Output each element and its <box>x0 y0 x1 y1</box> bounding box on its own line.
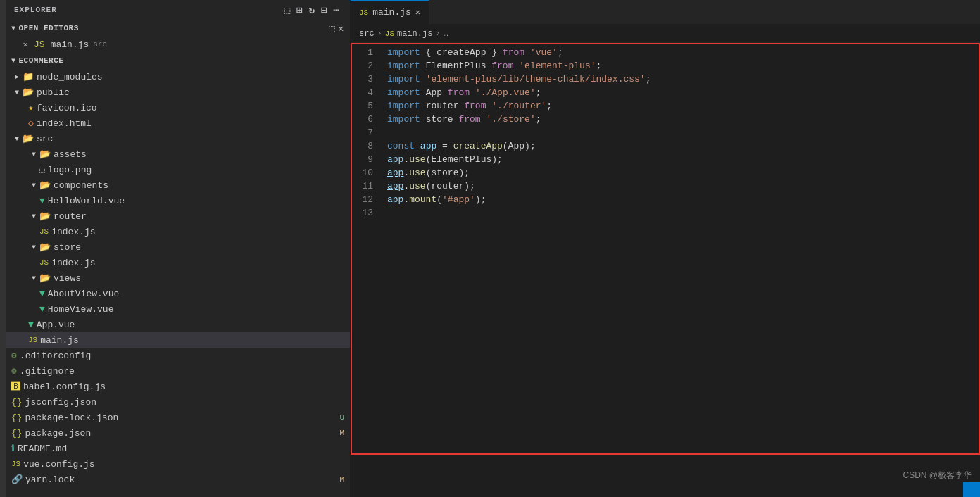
favicon-label: favicon.ico <box>37 103 97 113</box>
code-content[interactable]: import { createApp } from 'vue'; import … <box>382 43 980 497</box>
png-file-icon: ⬚ <box>39 164 45 175</box>
readme-file[interactable]: ℹ README.md <box>6 441 350 456</box>
src-folder[interactable]: ▼ 📂 src <box>6 131 350 146</box>
node-modules-folder[interactable]: ▶ 📁 node_modules <box>6 69 350 84</box>
code-area: 1 2 3 4 5 6 7 8 9 10 11 12 13 import { c… <box>351 43 980 497</box>
js-router-icon: JS <box>39 227 49 236</box>
sidebar: EXPLORER ⬚ ⊞ ↻ ⊟ ⋯ ▼ OPEN EDITORS ⬚ ✕ ✕ … <box>6 0 351 497</box>
line-num-1: 1 <box>351 46 373 59</box>
activity-bar <box>0 0 6 497</box>
line-num-8: 8 <box>351 139 373 153</box>
open-editor-filename: main.js <box>51 39 89 50</box>
js-store-icon: JS <box>39 258 49 267</box>
node-modules-label: node_modules <box>37 72 103 82</box>
status-bar <box>963 482 980 497</box>
line-num-9: 9 <box>351 153 373 166</box>
git-file-icon: ⚙ <box>11 365 17 377</box>
assets-folder[interactable]: ▼ 📂 assets <box>6 146 350 162</box>
helloworld-label: HelloWorld.vue <box>48 196 125 206</box>
babel-config-label: babel.config.js <box>23 382 106 392</box>
line-num-4: 4 <box>351 86 373 99</box>
new-folder-icon[interactable]: ⊞ <box>295 3 304 18</box>
tab-label: main.js <box>372 7 411 18</box>
new-file-icon[interactable]: ⬚ <box>283 3 292 18</box>
package-json-label: package.json <box>25 428 92 439</box>
app-vue-file[interactable]: ▼ App.vue <box>6 317 350 332</box>
components-label: components <box>54 180 108 191</box>
md-file-icon: ℹ <box>11 443 15 454</box>
router-folder-icon: 📂 <box>39 210 51 222</box>
js-main-icon: JS <box>28 336 37 344</box>
open-editors-arrow: ▼ <box>11 25 16 32</box>
ecommerce-section[interactable]: ▼ ECOMMERCE <box>6 52 350 69</box>
views-folder-icon: 📂 <box>39 272 51 284</box>
tab-close-icon[interactable]: ✕ <box>415 7 420 18</box>
store-folder[interactable]: ▼ 📂 store <box>6 239 350 255</box>
main-js-tab[interactable]: JS main.js ✕ <box>351 0 429 25</box>
package-lock-file[interactable]: {} package-lock.json U <box>6 410 350 425</box>
assets-label: assets <box>54 149 87 160</box>
jsconfig-file[interactable]: {} jsconfig.json <box>6 394 350 410</box>
favicon-file[interactable]: ★ favicon.ico <box>6 100 350 115</box>
babel-config-file[interactable]: 🅱 babel.config.js <box>6 379 350 394</box>
more-icon[interactable]: ⋯ <box>332 3 341 18</box>
config-file-icon: ⚙ <box>11 350 17 361</box>
tab-js-icon: JS <box>359 8 368 17</box>
homeview-file[interactable]: ▼ HomeView.vue <box>6 301 350 317</box>
close-tab-icon[interactable]: ✕ <box>20 39 31 50</box>
line-num-5: 5 <box>351 99 373 113</box>
save-all-icon[interactable]: ⬚ <box>329 23 335 34</box>
open-editor-main-js[interactable]: ✕ JS main.js src <box>6 37 350 52</box>
router-folder[interactable]: ▼ 📂 router <box>6 208 350 224</box>
ecommerce-label: ECOMMERCE <box>19 56 64 65</box>
package-json-badge: M <box>339 429 344 437</box>
collapse-icon[interactable]: ⊟ <box>320 3 329 18</box>
helloworld-file[interactable]: ▼ HelloWorld.vue <box>6 193 350 208</box>
homeview-label: HomeView.vue <box>48 304 114 315</box>
line-num-13: 13 <box>351 206 373 220</box>
components-folder-icon: 📂 <box>39 180 51 191</box>
open-editors-label: OPEN EDITORS <box>19 24 79 32</box>
html-file-icon: ◇ <box>28 118 34 129</box>
code-line-13 <box>387 206 980 220</box>
yarn-lock-badge: M <box>339 475 344 484</box>
main-js-file[interactable]: JS main.js <box>6 332 350 348</box>
code-line-2: import ElementPlus from 'element-plus'; <box>387 59 980 73</box>
folder-open-icon: 📂 <box>23 87 34 98</box>
js-vue-config-icon: JS <box>11 460 20 468</box>
line-num-6: 6 <box>351 113 373 126</box>
code-line-12: app.mount('#app'); <box>387 193 980 206</box>
ecommerce-arrow: ▼ <box>11 57 16 65</box>
yarn-lock-file[interactable]: 🔗 yarn.lock M <box>6 472 350 487</box>
open-editors-section[interactable]: ▼ OPEN EDITORS ⬚ ✕ <box>6 20 350 37</box>
store-index-file[interactable]: JS index.js <box>6 255 350 270</box>
index-html-file[interactable]: ◇ index.html <box>6 115 350 131</box>
router-label: router <box>54 211 87 222</box>
code-line-10: app.use(store); <box>387 166 980 180</box>
assets-folder-icon: 📂 <box>39 149 51 160</box>
ico-file-icon: ★ <box>28 102 34 113</box>
code-line-9: app.use(ElementPlus); <box>387 153 980 166</box>
close-all-icon[interactable]: ✕ <box>338 23 344 34</box>
vue-config-label: vue.config.js <box>23 459 94 470</box>
main-js-label: main.js <box>40 335 79 346</box>
aboutview-file[interactable]: ▼ AboutView.vue <box>6 286 350 301</box>
components-folder[interactable]: ▼ 📂 components <box>6 177 350 193</box>
router-index-label: index.js <box>51 227 95 237</box>
logo-file[interactable]: ⬚ logo.png <box>6 162 350 177</box>
package-json-file[interactable]: {} package.json M <box>6 425 350 441</box>
router-index-file[interactable]: JS index.js <box>6 224 350 239</box>
breadcrumb-file: main.js <box>397 29 432 39</box>
views-folder[interactable]: ▼ 📂 views <box>6 270 350 286</box>
vue-home-icon: ▼ <box>39 304 45 315</box>
public-folder[interactable]: ▼ 📂 public <box>6 84 350 100</box>
code-line-7 <box>387 126 980 139</box>
readme-label: README.md <box>18 443 67 454</box>
vue-config-file[interactable]: JS vue.config.js <box>6 456 350 472</box>
gitignore-file[interactable]: ⚙ .gitignore <box>6 363 350 379</box>
editorconfig-file[interactable]: ⚙ .editorconfig <box>6 348 350 363</box>
store-index-label: index.js <box>51 258 95 268</box>
open-editors-icons: ⬚ ✕ <box>329 23 344 34</box>
src-label: src <box>37 134 53 144</box>
refresh-icon[interactable]: ↻ <box>308 3 317 18</box>
